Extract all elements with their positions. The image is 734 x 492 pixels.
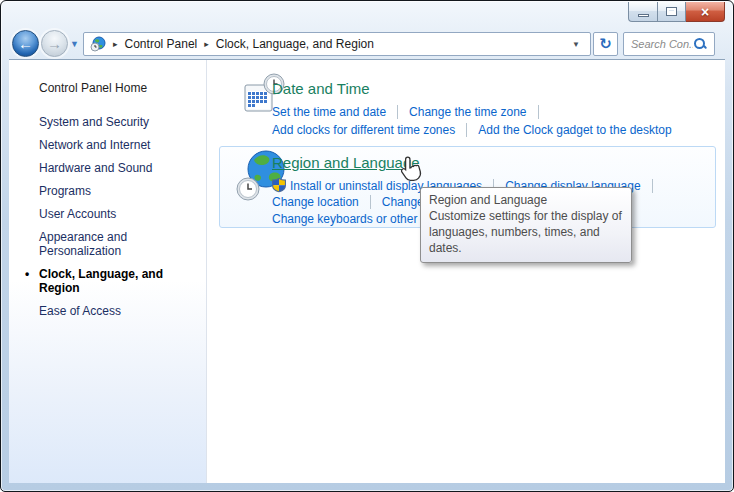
- main-pane: Date and Time Set the time and date Chan…: [208, 60, 725, 483]
- sidebar-item-clock-language-region[interactable]: • Clock, Language, and Region: [39, 267, 189, 295]
- address-bar[interactable]: ▸ Control Panel ▸ Clock, Language, and R…: [83, 32, 591, 56]
- back-arrow-icon: ←: [18, 35, 33, 52]
- sidebar-item-network-and-internet[interactable]: Network and Internet: [39, 138, 189, 152]
- change-formats-link-truncated[interactable]: Change: [382, 195, 424, 209]
- caption-button-group: ×: [628, 2, 725, 22]
- breadcrumb-clock-language-region[interactable]: Clock, Language, and Region: [216, 37, 374, 51]
- recent-pages-chevron-icon[interactable]: ▼: [70, 39, 79, 49]
- add-clocks-link[interactable]: Add clocks for different time zones: [272, 123, 455, 137]
- forward-arrow-icon: →: [47, 35, 62, 52]
- breadcrumb-arrow-icon: ▸: [113, 39, 118, 49]
- close-button[interactable]: ×: [686, 2, 725, 22]
- search-input[interactable]: [631, 38, 693, 50]
- link-separator: [397, 105, 398, 119]
- region-links-row-3: Change keyboards or other i: [272, 212, 423, 226]
- maximize-icon: [666, 7, 677, 16]
- sidebar-item-hardware-and-sound[interactable]: Hardware and Sound: [39, 161, 189, 175]
- breadcrumb-control-panel[interactable]: Control Panel: [125, 37, 198, 51]
- sidebar-item-system-and-security[interactable]: System and Security: [39, 115, 189, 129]
- date-time-links-row-1: Set the time and date Change the time zo…: [272, 105, 550, 119]
- link-separator: [370, 195, 371, 209]
- date-and-time-heading[interactable]: Date and Time: [272, 80, 370, 97]
- sidebar-item-control-panel-home[interactable]: Control Panel Home: [39, 81, 206, 95]
- link-separator: [466, 123, 467, 137]
- region-and-language-heading[interactable]: Region and Language: [272, 154, 420, 171]
- hand-cursor-icon: [399, 156, 423, 184]
- change-location-link[interactable]: Change location: [272, 195, 359, 209]
- address-dropdown-icon[interactable]: ▼: [568, 40, 584, 49]
- back-button[interactable]: ←: [12, 30, 39, 57]
- link-separator: [652, 179, 653, 193]
- change-time-zone-link[interactable]: Change the time zone: [409, 105, 526, 119]
- change-keyboards-link-truncated[interactable]: Change keyboards or other i: [272, 212, 423, 226]
- sidebar-item-ease-of-access[interactable]: Ease of Access: [39, 304, 189, 318]
- content-area: Control Panel Home System and Security N…: [9, 59, 725, 483]
- set-time-date-link[interactable]: Set the time and date: [272, 105, 386, 119]
- region-language-tooltip: Region and Language Customize settings f…: [420, 187, 632, 263]
- sidebar-item-label: Clock, Language, and Region: [39, 267, 163, 295]
- date-time-links-row-2: Add clocks for different time zones Add …: [272, 123, 672, 137]
- minimize-button[interactable]: [628, 2, 657, 22]
- search-box[interactable]: [623, 32, 715, 56]
- control-panel-window: × ← → ▼ ▸ Control Panel ▸ Clock, Languag…: [0, 0, 734, 492]
- close-icon: ×: [701, 5, 709, 19]
- forward-button[interactable]: →: [41, 30, 68, 57]
- search-icon: [693, 37, 707, 51]
- active-bullet-icon: •: [25, 267, 29, 281]
- tooltip-body: Customize settings for the display of la…: [429, 208, 623, 256]
- link-separator: [538, 105, 539, 119]
- sidebar-item-appearance-personalization[interactable]: Appearance and Personalization: [39, 230, 189, 258]
- minimize-icon: [638, 14, 649, 17]
- tooltip-title: Region and Language: [429, 192, 623, 208]
- uac-shield-icon: [272, 178, 286, 193]
- add-clock-gadget-link[interactable]: Add the Clock gadget to the desktop: [478, 123, 671, 137]
- sidebar-item-programs[interactable]: Programs: [39, 184, 189, 198]
- maximize-button[interactable]: [657, 2, 686, 22]
- clock-region-category-icon: [90, 36, 106, 52]
- refresh-icon: ↻: [599, 35, 612, 53]
- sidebar: Control Panel Home System and Security N…: [9, 60, 207, 483]
- region-links-row-2: Change location Change: [272, 195, 424, 209]
- breadcrumb-arrow-icon: ▸: [204, 39, 209, 49]
- sidebar-item-user-accounts[interactable]: User Accounts: [39, 207, 189, 221]
- refresh-button[interactable]: ↻: [593, 32, 618, 56]
